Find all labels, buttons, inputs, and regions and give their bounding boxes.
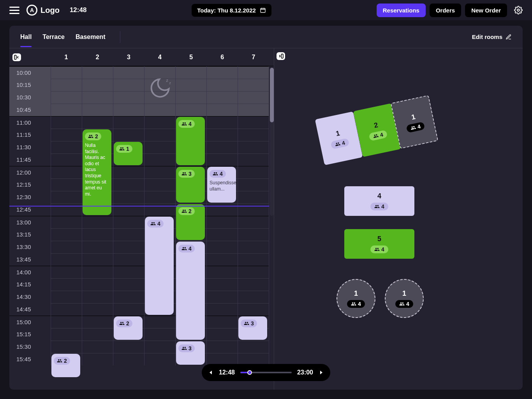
slider-prev-button[interactable] [207,369,213,376]
time-label: 14:15 [9,278,51,291]
reservation-note: Nulla facilisi. Mauris ac odio et lacus … [85,143,109,197]
reservation-block[interactable]: 2Nulla facilisi. Mauris ac odio et lacus… [83,129,111,215]
closed-hours-icon: zz [148,76,172,100]
time-label: 15:00 [9,316,51,328]
table-number: 1 [335,129,340,138]
guest-count-pill: 4 [210,170,226,178]
time-label: 13:15 [9,228,51,241]
table-guest-pill: 4 [370,203,388,210]
svg-rect-0 [261,8,265,12]
edit-rooms-label: Edit rooms [472,34,502,40]
time-label: 12:00 [9,166,51,178]
time-label: 13:00 [9,216,51,228]
table-5[interactable]: 54 [344,229,414,259]
hour-block [51,316,269,365]
guest-count-pill: 2 [54,357,70,365]
guest-count-pill: 4 [147,220,164,228]
table-number: 1 [354,290,358,298]
date-label: Today: Thu 8.12.2022 [197,7,256,14]
reservations-button[interactable]: Reservations [377,4,426,17]
column-header: 3 [113,54,144,61]
main-panel: HallTerraceBasement Edit rooms 1234567 [9,26,523,390]
slider-start-time: 12:48 [219,369,235,376]
logo-text: Logo [41,6,60,15]
reservation-block[interactable]: 2 [176,204,205,240]
column-header: 4 [144,54,175,61]
column-header: 7 [238,54,269,61]
grid-line [175,66,176,365]
time-label: 10:00 [9,66,51,79]
reservation-block[interactable]: 4Suspendisse ullam... [207,167,236,203]
time-label: 12:15 [9,178,51,191]
panel-collapse-icon [14,54,20,60]
header-clock: 12:48 [70,6,86,14]
guest-count-pill: 4 [178,120,195,128]
grid-line [238,66,238,365]
grid-line [269,66,269,365]
guest-count-pill: 3 [178,344,195,352]
time-label: 15:30 [9,341,51,353]
reservation-block[interactable]: 3 [176,341,205,365]
reservation-block[interactable]: 4 [176,242,205,340]
guest-count-pill: 2 [116,320,132,327]
floorplan-panel: 14241444541414 [274,48,523,390]
reservation-block[interactable]: 2 [51,354,80,377]
calendar-icon [260,7,266,13]
time-label: 11:30 [9,141,51,154]
edit-rooms-button[interactable]: Edit rooms [472,34,512,40]
svg-rect-3 [281,54,283,58]
column-header: 5 [176,54,207,61]
table-guest-pill: 4 [395,300,413,308]
time-label: 11:45 [9,154,51,166]
orders-button[interactable]: Orders [430,4,461,17]
reservation-block[interactable]: 1 [114,142,143,165]
time-label: 15:15 [9,328,51,341]
logo-icon: A [26,5,37,16]
grid-line [144,66,144,365]
column-header: 2 [82,54,113,61]
table-1[interactable]: 14 [385,279,424,318]
reservation-block[interactable]: 4 [145,217,174,315]
slider-end-time: 23:00 [297,369,313,376]
grid-line [51,66,51,365]
reservation-block[interactable]: 3 [176,167,205,203]
time-slider[interactable]: 12:48 23:00 [202,364,330,381]
table-number: 2 [373,121,379,130]
expand-floorplan-button[interactable] [277,52,285,60]
guest-count-pill: 2 [178,207,195,215]
reservation-block[interactable]: 3 [238,316,267,340]
time-label: 14:00 [9,266,51,278]
table-1[interactable]: 14 [336,279,375,318]
collapse-schedule-button[interactable] [9,53,24,61]
slider-knob[interactable] [247,370,252,375]
room-tabs: HallTerraceBasement Edit rooms [9,26,523,48]
room-tab-terrace[interactable]: Terrace [42,27,65,47]
guest-count-pill: 4 [178,245,195,252]
room-tab-hall[interactable]: Hall [20,27,32,47]
reservation-block[interactable]: 4 [176,117,205,165]
time-label: 12:30 [9,191,51,203]
table-4[interactable]: 44 [344,186,414,216]
app-header: A Logo 12:48 Today: Thu 8.12.2022 Reserv… [0,0,532,20]
table-number: 1 [402,290,406,298]
table-guest-pill: 4 [406,122,425,133]
scrollbar-thumb[interactable] [270,68,274,122]
grid-line [206,66,207,365]
time-label: 14:30 [9,291,51,303]
time-label: 13:30 [9,241,51,253]
slider-next-button[interactable] [319,369,325,376]
settings-icon[interactable] [514,6,523,14]
table-guest-pill: 4 [370,245,388,253]
time-label: 10:45 [9,104,51,116]
menu-icon[interactable] [9,5,19,15]
guest-count-pill: 2 [85,132,101,140]
schedule-scroll[interactable]: 10:0010:1510:3010:4511:0011:1511:3011:45… [9,66,274,390]
table-number: 5 [377,235,381,243]
slider-track[interactable] [240,372,292,373]
room-tab-basement[interactable]: Basement [76,27,105,47]
panel-expand-icon [278,53,284,59]
new-order-button[interactable]: New Order [465,4,507,17]
tabs-divider [120,31,120,43]
date-picker[interactable]: Today: Thu 8.12.2022 [192,4,271,17]
reservation-block[interactable]: 2 [114,316,143,340]
